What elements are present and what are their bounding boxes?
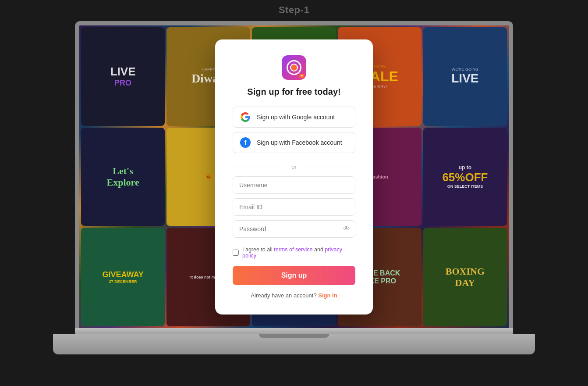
password-input[interactable] xyxy=(233,220,355,238)
signin-link[interactable]: Sign in xyxy=(318,292,337,299)
email-input[interactable] xyxy=(233,198,355,216)
facebook-signup-button[interactable]: f Sign up with Facebook account xyxy=(233,132,355,153)
divider: or xyxy=(233,164,355,170)
facebook-btn-label: Sign up with Facebook account xyxy=(257,139,342,146)
password-wrapper: 👁 xyxy=(233,220,355,238)
terms-checkbox[interactable] xyxy=(233,250,239,256)
step-label: Step-1 xyxy=(279,4,309,16)
google-icon xyxy=(240,112,251,122)
laptop-screen: LIVEPRO HAPPYDiwali KEEPERS X-MASSALEHUR… xyxy=(75,21,513,328)
signup-modal: ✦ Sign up for free today! Sign up with G… xyxy=(215,39,373,315)
modal-title: Sign up for free today! xyxy=(247,87,340,97)
google-btn-label: Sign up with Google account xyxy=(257,114,335,121)
terms-of-service-link[interactable]: terms of service xyxy=(274,247,312,253)
laptop-base xyxy=(53,328,535,354)
username-input[interactable] xyxy=(233,176,355,194)
signup-button[interactable]: Sign up xyxy=(233,266,355,285)
facebook-icon: f xyxy=(240,137,251,148)
eye-icon[interactable]: 👁 xyxy=(343,225,350,233)
terms-text: I agree to all terms of service and priv… xyxy=(242,247,355,259)
app-logo: ✦ xyxy=(282,55,306,80)
google-signup-button[interactable]: Sign up with Google account xyxy=(233,107,355,128)
signin-row: Already have an account? Sign in xyxy=(251,292,337,299)
modal-overlay: ✦ Sign up for free today! Sign up with G… xyxy=(79,25,509,328)
app-logo-tag: ✦ xyxy=(299,74,305,78)
laptop-frame: LIVEPRO HAPPYDiwali KEEPERS X-MASSALEHUR… xyxy=(53,21,535,354)
terms-row: I agree to all terms of service and priv… xyxy=(233,247,355,259)
